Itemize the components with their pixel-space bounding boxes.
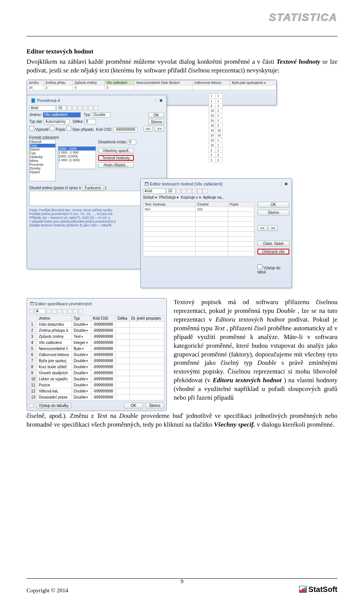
superscript-icon[interactable]: [88, 106, 93, 110]
cell[interactable]: [116, 364, 129, 370]
type-cell[interactable]: Double▾: [72, 376, 91, 382]
paste-icon[interactable]: [203, 189, 207, 193]
cell[interactable]: [135, 85, 193, 90]
cell[interactable]: [116, 376, 129, 382]
type-cell[interactable]: Byte▾: [72, 345, 91, 352]
cell[interactable]: [129, 333, 164, 339]
type-cell[interactable]: Double▾: [72, 388, 91, 394]
col-hdr[interactable]: Způsob změny: [73, 80, 105, 85]
menu-item[interactable]: Kopíruje z ▾: [181, 195, 201, 199]
cell[interactable]: [129, 352, 164, 358]
cell[interactable]: 10: [209, 128, 216, 133]
row-hdr[interactable]: 5: [30, 345, 37, 352]
vystup-checkbox[interactable]: [257, 264, 262, 269]
row-hdr[interactable]: 1: [30, 321, 37, 327]
bold-icon[interactable]: [67, 106, 72, 110]
type-cell[interactable]: Double▾: [72, 364, 91, 370]
row-hdr[interactable]: 9: [30, 370, 37, 376]
cell[interactable]: -999999998: [91, 382, 116, 388]
list-item[interactable]: Obecné: [30, 140, 55, 144]
cell[interactable]: [116, 352, 129, 358]
row-hdr[interactable]: 3: [30, 333, 37, 339]
list-item[interactable]: Datum: [30, 148, 55, 151]
cell[interactable]: 2: [216, 157, 223, 162]
cell[interactable]: 1: [216, 93, 223, 98]
cell[interactable]: Změna přístupu k: [37, 327, 72, 333]
storno-button[interactable]: Storno: [148, 119, 164, 125]
cell[interactable]: [228, 207, 254, 212]
cell[interactable]: 1: [216, 118, 223, 123]
funkcemi-button[interactable]: Funkcemi: [82, 185, 104, 191]
cell[interactable]: -999999998: [91, 339, 116, 345]
nav-next-button[interactable]: >>: [268, 225, 278, 231]
nav-next-button[interactable]: >>: [154, 126, 164, 132]
text-values-table[interactable]: Text. hodnota Číselné Popis N/A 101: [143, 202, 254, 256]
cell[interactable]: 1: [216, 98, 223, 103]
name-input[interactable]: Vliv zaškolení: [43, 112, 81, 118]
list-item[interactable]: Procenta: [30, 163, 55, 166]
cell[interactable]: [129, 376, 164, 382]
col-hdr[interactable]: Popis: [228, 202, 254, 207]
cell[interactable]: [129, 358, 164, 364]
row-hdr[interactable]: 10: [30, 376, 37, 382]
italic-icon[interactable]: [52, 309, 56, 314]
cell[interactable]: [129, 321, 164, 327]
help-icon[interactable]: ❔: [278, 182, 283, 186]
save-icon[interactable]: [29, 309, 34, 314]
cut-icon[interactable]: [192, 189, 197, 193]
row-hdr[interactable]: 2: [30, 327, 37, 333]
type-cell[interactable]: Text▾: [72, 333, 91, 339]
col-hdr[interactable]: azníku: [27, 80, 44, 85]
list-item[interactable]: Číslo: [30, 144, 55, 148]
list-item[interactable]: Vlastní: [30, 170, 55, 174]
font-size-select[interactable]: 10: [166, 188, 176, 194]
cell[interactable]: 10: [209, 133, 216, 138]
list-item[interactable]: 1000; -1000: [58, 147, 96, 151]
cell[interactable]: -999999998: [91, 370, 116, 376]
close-icon[interactable]: ✖: [159, 98, 163, 103]
cell[interactable]: 24: [27, 85, 44, 90]
italic-icon[interactable]: [72, 106, 77, 110]
cell[interactable]: 4: [73, 85, 105, 90]
list-item[interactable]: Vědecký: [30, 155, 55, 159]
font-select[interactable]: Arial: [29, 105, 56, 111]
odstr-radek-button[interactable]: Odstr. řádek: [257, 241, 289, 246]
type-select[interactable]: Double: [92, 112, 111, 118]
format-listbox[interactable]: Obecné Číslo Datum Čas Vědecký Měna Proc…: [29, 140, 56, 181]
type-cell[interactable]: Double▾: [72, 327, 91, 333]
row-hdr[interactable]: 6: [30, 352, 37, 358]
col-hdr[interactable]: Číselné: [195, 202, 228, 207]
stav-checkbox[interactable]: [66, 126, 71, 131]
cell[interactable]: Kurz bude užiteč: [37, 364, 72, 370]
cell[interactable]: [116, 388, 129, 394]
cell[interactable]: Pozice: [37, 382, 72, 388]
type-cell[interactable]: Double▾: [72, 321, 91, 327]
cell[interactable]: 10: [209, 108, 216, 113]
format-examples-listbox[interactable]: 1000; -1000 1 000; -1 000 1000; (1000) 1…: [58, 146, 96, 169]
row-hdr[interactable]: 12: [30, 388, 37, 394]
underline-icon[interactable]: [57, 309, 62, 314]
spec-grid[interactable]: Jméno Typ Kód ChD Délka Dl. jmén propoje…: [29, 315, 164, 400]
col-hdr[interactable]: Byl/a jste spokojen/a s: [230, 80, 276, 85]
menu-item[interactable]: Aplikuje na...: [203, 195, 224, 199]
help-icon[interactable]: ❔: [153, 98, 158, 103]
cell[interactable]: Odbornost lektora: [37, 352, 72, 358]
cell[interactable]: 1: [216, 138, 223, 143]
underline-icon[interactable]: [78, 106, 82, 110]
storno-button[interactable]: Storno: [145, 403, 164, 408]
cell[interactable]: [230, 85, 276, 90]
textove-hodnoty-button[interactable]: Textové hodnoty: [98, 155, 134, 161]
color-icon[interactable]: [94, 106, 98, 110]
paste-icon[interactable]: [78, 309, 83, 314]
cell[interactable]: Úroveň studijních: [37, 370, 72, 376]
italic-icon[interactable]: [182, 189, 186, 193]
storno-button[interactable]: Storno: [257, 210, 289, 215]
cell[interactable]: 10: [209, 138, 216, 143]
cell[interactable]: 10: [209, 143, 216, 148]
cell[interactable]: -999999998: [91, 327, 116, 333]
list-item[interactable]: Měna: [30, 159, 55, 163]
row-hdr[interactable]: 8: [30, 364, 37, 370]
row-hdr[interactable]: 7: [30, 358, 37, 364]
subscript-icon[interactable]: [83, 106, 88, 110]
ok-button[interactable]: OK: [257, 202, 289, 207]
